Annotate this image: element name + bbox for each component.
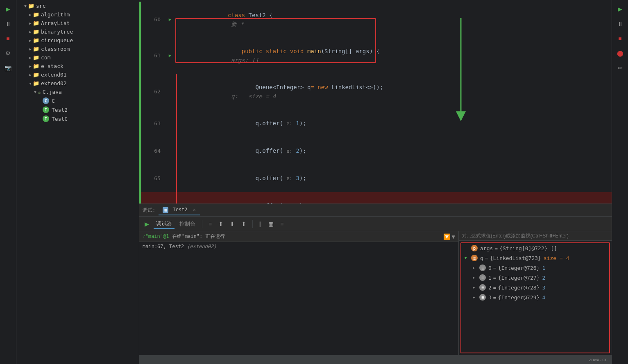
main-area: 60 ▶ class Test2 { 新 * [139, 0, 612, 364]
threads-btn[interactable]: ≡ [278, 220, 286, 228]
code-line-62: 62 Queue<Integer> q= new LinkedList<>();… [139, 74, 612, 110]
step-over-btn[interactable]: ≡ [206, 220, 214, 228]
right-stop-btn[interactable]: ■ [614, 33, 626, 44]
sidebar-item-class-c[interactable]: C C [16, 96, 139, 105]
chevron-extend01 [28, 73, 33, 77]
left-action-bar: ▶ ⏸ ■ ⚙ 📷 [0, 0, 16, 364]
sidebar-item-classroom[interactable]: 📁 classroom [16, 45, 139, 53]
var-val-q: {LinkedList@723} [490, 255, 541, 261]
right-red-circle-btn[interactable]: ⬤ [614, 47, 626, 59]
right-pause-btn[interactable]: ⏸ [614, 18, 626, 29]
folder-icon-algorithm: 📁 [33, 11, 39, 18]
evaluate-btn[interactable]: ∥ [257, 220, 264, 228]
pause-button[interactable]: ⏸ [2, 18, 14, 29]
folder-icon-circuqueue: 📁 [33, 37, 39, 43]
chevron-algorithm [28, 13, 33, 17]
folder-icon-binarytree: 📁 [33, 29, 39, 35]
var-item-1[interactable]: ▶ ≡ 1 = {Integer@727} 2 [461, 273, 609, 283]
right-resume-btn[interactable]: ▶ [614, 3, 626, 15]
folder-icon-arraylist: 📁 [33, 20, 39, 26]
chevron-extend02 [28, 81, 33, 86]
var-eq-q: = [485, 255, 488, 261]
green-bar-64 [139, 137, 141, 165]
run-to-cursor-btn[interactable]: ⬆ [239, 220, 248, 228]
var-name-1: 1 [488, 275, 492, 281]
var-item-q[interactable]: ▼ ≡ q = {LinkedList@723} size = 4 [461, 253, 609, 263]
var-item-args[interactable]: p args = {String[0]@722} [] [461, 243, 609, 253]
stack-frame-label-0: main:67, Test2 (extend02) [143, 244, 217, 249]
chevron-binarytree [28, 30, 33, 34]
debugger-tab-label[interactable]: 调试器 [154, 219, 175, 229]
var-item-0[interactable]: ▶ ≡ 0 = {Integer@726} 1 [461, 263, 609, 273]
class-icon-c: C [43, 97, 49, 104]
tab-close-test2[interactable]: ✕ [193, 207, 196, 213]
folder-icon-com: 📁 [33, 54, 39, 61]
var-icon-2: ≡ [479, 284, 486, 291]
status-bar: znwx.cn [139, 355, 612, 364]
camera-button[interactable]: 📷 [2, 62, 14, 74]
line-num-63: 63 [139, 110, 164, 137]
green-bar-61 [139, 38, 141, 74]
gutter-65 [164, 165, 176, 192]
sidebar-item-com[interactable]: 📁 com [16, 53, 139, 62]
sidebar-item-extend02[interactable]: 📁 extend02 [16, 79, 139, 88]
sidebar-item-arraylist[interactable]: 📁 ArrayList [16, 19, 139, 27]
tab-test2[interactable]: ▦ Test2 ✕ [159, 205, 200, 215]
filter-icon[interactable]: 🔽 [443, 233, 450, 240]
chevron-cjava [33, 90, 38, 94]
sidebar-item-algorithm[interactable]: 📁 algorithm [16, 10, 139, 19]
step-out-btn[interactable]: ⬇ [228, 220, 237, 228]
code-content-66: q.offer( e: 4); q: size = 4 [176, 192, 612, 203]
code-content-60: class Test2 { 新 * [176, 2, 612, 38]
sidebar-item-binarytree[interactable]: 📁 binarytree [16, 27, 139, 36]
sidebar-item-testc[interactable]: T TestC [16, 114, 139, 123]
resume-debug-btn[interactable]: ▶ [143, 220, 151, 228]
folder-icon-extend01: 📁 [33, 72, 39, 78]
thread-status-bar: ✓ "main"@1 在组"main": 正在运行 🔽 ▼ [139, 231, 458, 242]
green-bar-60 [139, 2, 141, 38]
code-content-62: Queue<Integer> q= new LinkedList<>(); q:… [176, 74, 612, 110]
line-num-62: 62 [139, 74, 164, 110]
var-item-3[interactable]: ▶ ≡ 3 = {Integer@729} 4 [461, 292, 609, 302]
var-eq-3: = [493, 294, 497, 301]
green-bar-62 [139, 74, 141, 110]
sidebar-item-label-extend02: extend02 [41, 80, 67, 86]
sidebar-item-circuqueue[interactable]: 📁 circuqueue [16, 36, 139, 45]
code-lines: 60 ▶ class Test2 { 新 * [139, 0, 612, 203]
bottom-panel-toolbar: ▶ 调试器 控制台 ≡ ⬆ ⬇ ⬆ ∥ ▦ ≡ [139, 217, 612, 231]
settings-button[interactable]: ⚙ [2, 47, 14, 59]
tab-icon-test2: ▦ [163, 207, 168, 213]
var-num-3: 4 [542, 294, 545, 301]
var-chevron-2: ▶ [473, 285, 478, 289]
watch-input[interactable] [462, 233, 608, 239]
var-val-2: {Integer@728} [498, 285, 540, 291]
check-icon: ✓ [143, 234, 145, 239]
sidebar-item-cjava[interactable]: ☕ C.java [16, 88, 139, 96]
sidebar-item-src[interactable]: 📁 src [16, 2, 139, 10]
step-into-btn[interactable]: ⬆ [216, 220, 225, 228]
sidebar-item-test2[interactable]: T Test2 [16, 105, 139, 114]
code-line-60: 60 ▶ class Test2 { 新 * [139, 2, 612, 38]
sidebar-item-extend01[interactable]: 📁 extend01 [16, 70, 139, 79]
stack-frame-0[interactable]: main:67, Test2 (extend02) [139, 242, 458, 251]
resume-button[interactable]: ▶ [2, 3, 14, 15]
chevron-arraylist [28, 21, 33, 25]
stop-button[interactable]: ■ [2, 33, 14, 44]
console-tab-label[interactable]: 控制台 [177, 219, 198, 228]
frames-btn[interactable]: ▦ [266, 220, 276, 228]
sidebar-item-estack[interactable]: 📁 e_stack [16, 62, 139, 70]
bottom-panel-body: ✓ "main"@1 在组"main": 正在运行 🔽 ▼ main:67, T… [139, 231, 612, 355]
chevron-com [28, 56, 33, 60]
right-edit-btn[interactable]: ✏ [614, 62, 626, 74]
thread-status-text: "main"@1 在组"main": 正在运行 [145, 233, 225, 240]
var-num-0: 1 [542, 265, 545, 271]
java-file-icon: ☕ [38, 89, 41, 95]
var-eq-0: = [493, 265, 497, 271]
var-item-2[interactable]: ▶ ≡ 2 = {Integer@728} 3 [461, 283, 609, 292]
sidebar-item-label-algorithm: algorithm [41, 11, 70, 18]
sidebar-item-label-classroom: classroom [41, 46, 70, 52]
class-icon-testc: T [43, 115, 49, 122]
watermark: znwx.cn [589, 357, 608, 362]
dropdown-icon[interactable]: ▼ [452, 233, 455, 240]
sidebar-item-label-c: C [52, 98, 55, 104]
